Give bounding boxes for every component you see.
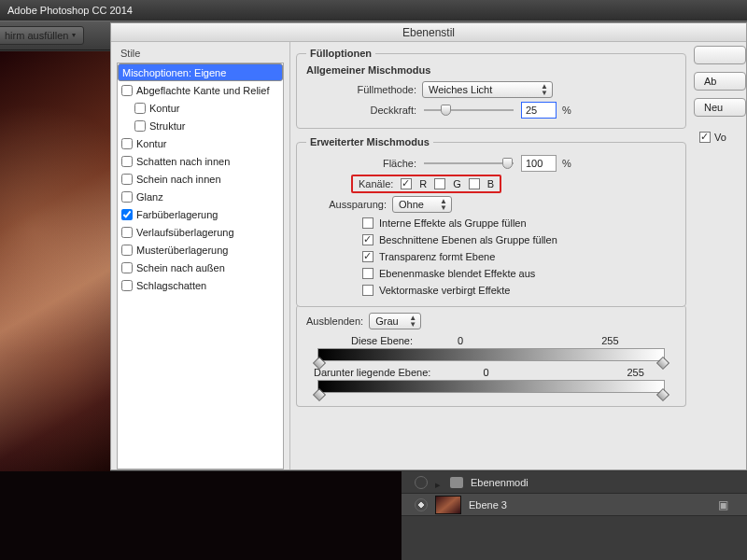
channel-g-checkbox[interactable] (434, 178, 445, 189)
layer-group-row[interactable]: ▸ Ebenenmodi (402, 471, 747, 494)
chevron-down-icon: ▾ (72, 27, 76, 44)
layer-thumbnail[interactable] (435, 496, 461, 514)
style-item[interactable]: Schatten nach innen (118, 152, 283, 170)
preview-checkbox[interactable] (699, 132, 711, 143)
blend-mode-select[interactable]: Weiches Licht ▲▼ (422, 81, 553, 98)
opacity-input[interactable] (521, 102, 557, 119)
general-blend-title: Allgemeiner Mischmodus (306, 64, 676, 76)
style-label: Glanz (136, 191, 163, 203)
dialog-buttons: Ab Neu Vo (694, 42, 746, 469)
style-label: Schein nach innen (136, 174, 221, 185)
style-checkbox[interactable] (121, 262, 133, 273)
underlying-layer-gradient[interactable] (317, 380, 665, 393)
visibility-icon[interactable] (415, 476, 428, 489)
clipped-layers-checkbox[interactable] (362, 234, 374, 245)
style-label: Schatten nach innen (136, 156, 230, 167)
blendif-select[interactable]: Grau ▲▼ (369, 313, 421, 329)
style-checkbox[interactable] (134, 120, 146, 132)
document-canvas-lower[interactable] (0, 471, 402, 560)
percent-label: % (562, 105, 571, 116)
style-label: Struktur (149, 120, 186, 132)
this-layer-gradient[interactable] (317, 348, 665, 361)
disclosure-icon[interactable]: ▸ (435, 479, 443, 486)
fill-options-title: Fülloptionen (306, 48, 375, 59)
new-style-button[interactable]: Neu (694, 98, 746, 117)
transparency-shapes-checkbox[interactable] (362, 251, 374, 262)
style-checkbox[interactable] (121, 245, 133, 256)
style-item[interactable]: Struktur (118, 117, 283, 134)
updown-icon: ▲▼ (541, 83, 548, 96)
channel-r-checkbox[interactable] (401, 178, 412, 189)
style-label: Farbüberlagerung (136, 209, 218, 220)
advanced-blend-group: Erweiterter Mischmodus Fläche: % Kanäle:… (296, 136, 686, 307)
channels-label: Kanäle: (359, 178, 393, 189)
style-checkbox[interactable] (121, 227, 133, 238)
style-item[interactable]: Mischoptionen: Eigene (118, 63, 283, 81)
channel-b-checkbox[interactable] (469, 178, 480, 189)
vector-mask-hides-checkbox[interactable] (362, 285, 374, 296)
interior-effects-checkbox[interactable] (362, 217, 374, 229)
cancel-button[interactable]: Ab (694, 72, 746, 91)
style-checkbox[interactable] (121, 191, 133, 203)
channels-highlight: Kanäle: R G B (351, 175, 501, 193)
style-item[interactable]: Abgeflachte Kante und Relief (118, 81, 283, 99)
style-item[interactable]: Schein nach innen (118, 170, 283, 188)
updown-icon: ▲▼ (440, 198, 447, 211)
layer-group-name: Ebenenmodi (471, 477, 529, 488)
fill-options-group: Fülloptionen Allgemeiner Mischmodus Füll… (296, 48, 686, 129)
layers-panel: ▸ Ebenenmodi Ebene 3 ▣ (402, 471, 747, 560)
app-titlebar: Adobe Photoshop CC 2014 (0, 0, 747, 21)
underlying-layer-label: Darunter liegende Ebene: (314, 367, 430, 378)
style-label: Kontur (149, 103, 179, 114)
fill-opacity-input[interactable] (521, 155, 557, 172)
dialog-title: Ebenenstil (111, 23, 746, 42)
style-item[interactable]: Schein nach außen (118, 259, 283, 276)
fill-opacity-label: Fläche: (306, 158, 416, 169)
style-checkbox[interactable] (121, 138, 133, 149)
fill-opacity-slider[interactable] (422, 157, 515, 170)
style-item[interactable]: Verlaufsüberlagerung (118, 223, 283, 241)
app-title: Adobe Photoshop CC 2014 (7, 5, 133, 16)
opacity-slider[interactable] (422, 104, 515, 117)
styles-list: Mischoptionen: EigeneAbgeflachte Kante u… (117, 63, 284, 469)
style-label: Kontur (136, 138, 166, 149)
style-checkbox[interactable] (121, 174, 133, 185)
style-checkbox[interactable] (121, 156, 133, 167)
blend-stop-white[interactable] (656, 388, 669, 401)
fill-screen-button[interactable]: hirm ausfüllen▾ (0, 26, 84, 45)
style-form: Fülloptionen Allgemeiner Mischmodus Füll… (290, 42, 694, 469)
style-item[interactable]: Musterüberlagerung (118, 241, 283, 259)
style-checkbox[interactable] (121, 280, 133, 291)
layer-link-icon[interactable]: ▣ (718, 498, 728, 511)
style-checkbox[interactable] (121, 209, 133, 220)
folder-icon (450, 477, 463, 488)
style-item[interactable]: Farbüberlagerung (118, 205, 283, 223)
styles-header: Stile (117, 46, 284, 63)
style-item[interactable]: Schlagschatten (118, 276, 283, 294)
styles-sidebar: Stile Mischoptionen: EigeneAbgeflachte K… (111, 42, 290, 469)
updown-icon: ▲▼ (409, 315, 416, 328)
style-label: Verlaufsüberlagerung (136, 227, 234, 238)
style-item[interactable]: Kontur (118, 99, 283, 117)
blend-mode-label: Füllmethode: (306, 84, 416, 95)
preview-checkbox-row: Vo (694, 132, 746, 143)
blend-stop-black[interactable] (313, 388, 326, 401)
layer-mask-hides-checkbox[interactable] (362, 268, 374, 279)
document-canvas[interactable] (0, 51, 110, 499)
ok-button[interactable] (694, 46, 746, 64)
style-label: Schlagschatten (136, 280, 206, 291)
style-label: Abgeflachte Kante und Relief (136, 85, 270, 96)
layer-style-dialog: Ebenenstil Stile Mischoptionen: EigeneAb… (110, 22, 747, 470)
advanced-blend-title: Erweiterter Mischmodus (306, 136, 433, 147)
layer-row[interactable]: Ebene 3 ▣ (402, 494, 747, 516)
style-label: Musterüberlagerung (136, 245, 228, 256)
opacity-label: Deckkraft: (306, 105, 416, 116)
style-checkbox[interactable] (121, 85, 133, 96)
style-item[interactable]: Kontur (118, 134, 283, 152)
style-label: Schein nach außen (136, 262, 225, 273)
style-checkbox[interactable] (134, 103, 146, 114)
knockout-select[interactable]: Ohne ▲▼ (392, 196, 452, 213)
style-item[interactable]: Glanz (118, 188, 283, 205)
visibility-icon[interactable] (415, 498, 428, 511)
blend-if-group: Ausblenden: Grau ▲▼ Diese Ebene: 0 255 (296, 305, 686, 407)
